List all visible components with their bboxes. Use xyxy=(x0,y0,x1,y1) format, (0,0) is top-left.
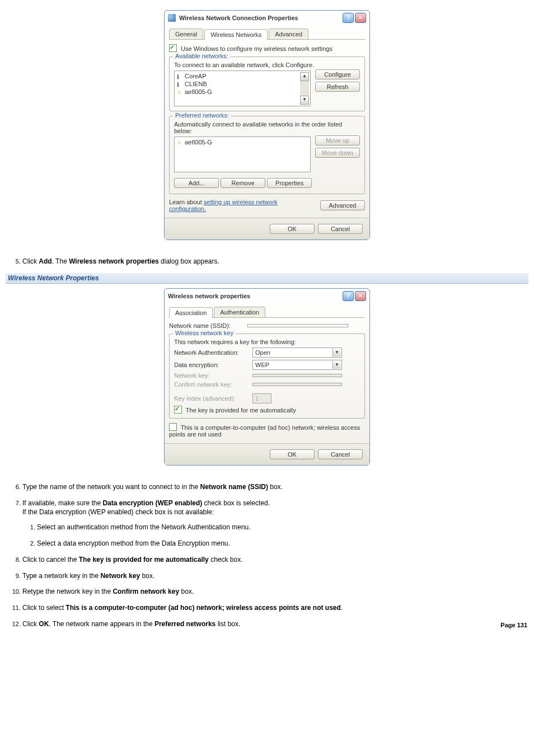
keyindex-label: Key index (advanced): xyxy=(174,395,252,402)
help-button[interactable]: ? xyxy=(343,13,354,23)
enc-label: Data encryption: xyxy=(174,361,252,368)
available-listbox[interactable]: CoreAP CLIENB ♀ae8005-G ▲ ▼ xyxy=(174,71,311,106)
move-up-button[interactable]: Move up xyxy=(315,135,360,145)
dialog1-title: Wireless Network Connection Properties xyxy=(179,15,341,21)
add-button[interactable]: Add... xyxy=(174,178,219,188)
move-down-button[interactable]: Move down xyxy=(315,148,360,158)
preferred-listbox[interactable]: ♀ae8005-G xyxy=(174,137,311,172)
scrollbar[interactable]: ▲ ▼ xyxy=(300,72,309,105)
tab-advanced[interactable]: Advanced xyxy=(269,29,308,39)
wireless-connection-properties-dialog: Wireless Network Connection Properties ?… xyxy=(164,10,370,240)
dialog1-figure: Wireless Network Connection Properties ?… xyxy=(6,10,528,240)
confirm-label: Confirm network key: xyxy=(174,381,252,388)
dialog2-figure: Wireless network properties ? × Associat… xyxy=(6,288,528,466)
use-windows-label: Use Windows to configure my wireless net… xyxy=(181,45,332,52)
step-12: Click OK. The network name appears in th… xyxy=(22,619,499,629)
enc-select[interactable]: WEP▼ xyxy=(252,360,342,370)
step-7-1: Select an authentication method from the… xyxy=(37,523,528,532)
signal-icon xyxy=(177,81,182,87)
step-11: Click to select This is a computer-to-co… xyxy=(22,603,528,613)
close-button[interactable]: × xyxy=(355,13,366,23)
dialog1-titlebar: Wireless Network Connection Properties ?… xyxy=(165,11,369,25)
wireless-key-group: Wireless network key This network requir… xyxy=(169,334,365,419)
secure-icon: ♀ xyxy=(177,89,182,95)
auto-key-checkbox[interactable] xyxy=(174,406,182,414)
dialog2-title: Wireless network properties xyxy=(168,293,341,299)
key-note: This network requires a key for the foll… xyxy=(174,339,360,345)
chevron-down-icon: ▼ xyxy=(332,349,341,356)
ok-button[interactable]: OK xyxy=(270,449,315,459)
ok-button[interactable]: OK xyxy=(270,224,315,234)
list-item[interactable]: CLIENB xyxy=(176,80,300,88)
step-10: Retype the network key in the Confirm ne… xyxy=(22,587,528,597)
list-item[interactable]: ♀ae8005-G xyxy=(176,88,300,96)
list-item[interactable]: CoreAP xyxy=(176,72,300,80)
netkey-input[interactable] xyxy=(252,374,342,377)
step-9: Type a network key in the Network key bo… xyxy=(22,571,528,581)
step-7: If available, make sure the Data encrypt… xyxy=(22,499,528,548)
available-legend: Available networks: xyxy=(173,53,231,59)
netkey-label: Network key: xyxy=(174,372,252,379)
wireless-network-properties-dialog: Wireless network properties ? × Associat… xyxy=(164,288,370,466)
use-windows-checkbox[interactable] xyxy=(169,44,177,52)
ssid-input[interactable] xyxy=(247,324,348,327)
remove-button[interactable]: Remove xyxy=(221,178,265,188)
step-7-2: Select a data encryption method from the… xyxy=(37,539,528,548)
step-8: Click to cancel the The key is provided … xyxy=(22,555,528,565)
close-button[interactable]: × xyxy=(355,291,366,301)
available-networks-group: Available networks: To connect to an ava… xyxy=(169,57,365,111)
tab-general[interactable]: General xyxy=(169,29,203,39)
cancel-button[interactable]: Cancel xyxy=(318,449,363,459)
auth-label: Network Authentication: xyxy=(174,349,252,356)
dialog2-tabs: Association Authentication xyxy=(169,307,365,318)
preferred-note: Automatically connect to available netwo… xyxy=(174,121,360,134)
step-6: Type the name of the network you want to… xyxy=(22,482,528,492)
ssid-label: Network name (SSID): xyxy=(169,322,247,329)
wireless-icon xyxy=(168,14,176,22)
list-item[interactable]: ♀ae8005-G xyxy=(176,138,309,146)
preferred-legend: Preferred networks: xyxy=(173,112,231,119)
scroll-down-icon[interactable]: ▼ xyxy=(300,96,309,105)
adhoc-checkbox[interactable] xyxy=(169,423,177,431)
available-note: To connect to an available network, clic… xyxy=(174,62,360,68)
section-header: Wireless Network Properties xyxy=(6,273,528,284)
help-button[interactable]: ? xyxy=(343,291,354,301)
keyindex-spinner[interactable]: 1 xyxy=(252,393,271,403)
adhoc-label: This is a computer-to-computer (ad hoc) … xyxy=(169,424,360,438)
confirm-input[interactable] xyxy=(252,383,342,386)
tab-authentication[interactable]: Authentication xyxy=(214,307,265,317)
secure-icon: ♀ xyxy=(177,139,182,145)
refresh-button[interactable]: Refresh xyxy=(315,82,360,92)
dialog2-titlebar: Wireless network properties ? × xyxy=(165,289,369,303)
advanced-button[interactable]: Advanced xyxy=(320,200,365,210)
tab-association[interactable]: Association xyxy=(169,307,213,318)
auto-key-label: The key is provided for me automatically xyxy=(186,407,296,414)
page-number: Page 131 xyxy=(499,619,528,631)
scroll-up-icon[interactable]: ▲ xyxy=(300,72,309,81)
key-legend: Wireless network key xyxy=(173,330,236,336)
signal-icon xyxy=(177,73,182,79)
learn-about-text: Learn about setting up wireless network … xyxy=(169,199,316,212)
auth-select[interactable]: Open▼ xyxy=(252,348,342,358)
configure-button[interactable]: Configure xyxy=(315,69,360,79)
tab-wireless-networks[interactable]: Wireless Networks xyxy=(204,29,268,40)
dialog1-tabs: General Wireless Networks Advanced xyxy=(169,29,365,40)
properties-button[interactable]: Properties xyxy=(267,178,312,188)
preferred-networks-group: Preferred networks: Automatically connec… xyxy=(169,116,365,194)
chevron-down-icon: ▼ xyxy=(332,361,341,369)
cancel-button[interactable]: Cancel xyxy=(318,224,363,234)
step-5: Click Add. The Wireless network properti… xyxy=(22,257,528,266)
